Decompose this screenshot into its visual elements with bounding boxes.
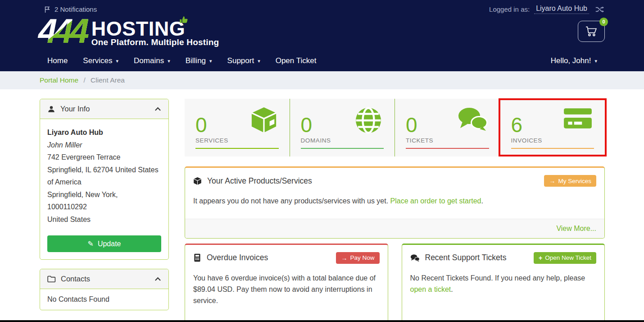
comments-icon [457, 106, 488, 132]
stat-underline [195, 148, 279, 149]
utility-bar: 2 Notifications Logged in as: Liyaro Aut… [0, 0, 644, 14]
breadcrumb-portal-home[interactable]: Portal Home [40, 76, 78, 84]
overdue-invoices-body: You have 6 overdue invoice(s) with a tot… [185, 269, 388, 318]
contacts-empty-text: No Contacts Found [40, 289, 168, 310]
open-new-ticket-button[interactable]: + Open New Ticket [534, 252, 596, 264]
your-info-body: Liyaro Auto Hub John Miller 742 Evergree… [40, 119, 168, 229]
pay-now-button[interactable]: → Pay Now [336, 252, 379, 264]
stat-tile-tickets[interactable]: 0 TICKETS [395, 99, 500, 156]
active-products-body: It appears you do not have any products/… [185, 192, 604, 219]
contacts-title: Contacts [61, 275, 90, 283]
chevron-up-icon[interactable] [154, 276, 161, 282]
plus-icon: + [539, 254, 542, 262]
caret-down-icon: ▾ [209, 58, 212, 64]
support-tickets-header: Recent Support Tickets + Open New Ticket [402, 245, 605, 269]
contacts-panel: Contacts No Contacts Found [40, 269, 169, 310]
arrow-right-icon: → [549, 177, 555, 184]
chevron-up-icon[interactable] [154, 106, 161, 112]
support-tickets-body: No Recent Tickets Found. If you need any… [402, 269, 605, 307]
cart-count-badge: 0 [599, 18, 608, 26]
stats-row: 0 SERVICES 0 DOMAINS [185, 99, 605, 156]
no-tickets-text: No Recent Tickets Found. If you need any… [410, 274, 585, 282]
globe-icon [354, 106, 383, 135]
cart-button[interactable]: 0 [578, 21, 605, 42]
thumbs-up-icon [179, 15, 189, 25]
breadcrumb-separator: / [83, 76, 85, 84]
nav-item-open-ticket[interactable]: Open Ticket [276, 56, 317, 65]
account-name-link[interactable]: Liyaro Auto Hub [534, 5, 589, 14]
stat-tile-services[interactable]: 0 SERVICES [185, 99, 290, 156]
user-icon [47, 105, 55, 113]
stat-label: DOMAINS [301, 137, 384, 144]
logo-wordmark: HOSTING One Platform. Multiple Hosting [91, 15, 219, 47]
bottom-panels-row: Overdue Invoices → Pay Now You have 6 ov… [185, 244, 605, 322]
breadcrumb: Portal Home / Client Area [0, 71, 644, 89]
nav-item-home[interactable]: Home [47, 56, 68, 65]
your-info-title: Your Info [60, 105, 90, 113]
nav-item-domains[interactable]: Domains ▾ [134, 56, 170, 65]
caret-down-icon: ▾ [258, 58, 260, 64]
your-info-header[interactable]: Your Info [40, 99, 168, 119]
content-area: Your Info Liyaro Auto Hub John Miller 74… [0, 89, 644, 322]
stat-underline [301, 148, 384, 149]
address-line: United States [47, 213, 161, 226]
overdue-invoices-panel: Overdue Invoices → Pay Now You have 6 ov… [185, 244, 388, 322]
empty-products-text: It appears you do not have any products/… [193, 197, 390, 205]
logged-in-as-label: Logged in as: [489, 5, 530, 13]
active-products-panel: Your Active Products/Services → My Servi… [185, 166, 605, 239]
stat-underline [406, 148, 489, 149]
nav-item-billing[interactable]: Billing ▾ [186, 56, 212, 65]
cube-icon [250, 106, 278, 134]
stat-tile-invoices[interactable]: 6 INVOICES [500, 99, 605, 156]
stat-tile-domains[interactable]: 0 DOMAINS [290, 99, 395, 156]
breadcrumb-current: Client Area [91, 76, 125, 84]
nav-item-support[interactable]: Support ▾ [227, 56, 260, 65]
user-menu[interactable]: Hello, John! ▾ [551, 56, 597, 65]
site-logo[interactable]: 444 444 HOSTING One Platform. Multiple H… [38, 15, 219, 47]
sidebar: Your Info Liyaro Auto Hub John Miller 74… [40, 99, 169, 322]
overdue-invoices-header: Overdue Invoices → Pay Now [185, 245, 388, 269]
stat-label: SERVICES [195, 137, 279, 144]
active-products-header: Your Active Products/Services → My Servi… [185, 168, 604, 192]
contacts-header[interactable]: Contacts [40, 269, 168, 289]
address-line: Springfield, IL 62704 United States of A… [47, 164, 161, 189]
update-button[interactable]: ✎ Update [47, 235, 161, 252]
folder-icon [47, 275, 56, 283]
stat-underline [511, 148, 594, 149]
caret-down-icon: ▾ [594, 58, 597, 64]
window-bottom-edge [0, 320, 644, 322]
caret-down-icon: ▾ [116, 58, 119, 64]
cart-icon [585, 26, 598, 37]
view-more-link[interactable]: View More... [556, 225, 596, 232]
client-area-page: { "topbar": { "notifications_label": "2 … [0, 0, 644, 322]
active-products-footer: View More... [185, 219, 604, 238]
place-order-link[interactable]: Place an order to get started [390, 197, 481, 205]
address-line: 1000110292 [47, 201, 161, 213]
company-name: Liyaro Auto Hub [47, 126, 161, 139]
active-products-title: Your Active Products/Services [207, 176, 312, 186]
comments-icon [410, 254, 420, 262]
support-tickets-title: Recent Support Tickets [425, 253, 507, 262]
pencil-icon: ✎ [88, 239, 94, 248]
my-services-button[interactable]: → My Services [544, 175, 596, 187]
stat-label: INVOICES [511, 137, 594, 144]
caret-down-icon: ▾ [168, 58, 170, 64]
arrow-right-icon: → [341, 254, 347, 262]
address-line: 742 Evergreen Terrace [47, 151, 161, 164]
logo-row: 444 444 HOSTING One Platform. Multiple H… [0, 14, 644, 50]
main-column: 0 SERVICES 0 DOMAINS [185, 99, 605, 322]
contact-name: John Miller [47, 139, 161, 152]
nav-item-services[interactable]: Services ▾ [83, 56, 118, 65]
address-line: Springfield, New York, [47, 189, 161, 201]
logged-in-area: Logged in as: Liyaro Auto Hub [489, 5, 604, 14]
update-button-wrap: ✎ Update [40, 229, 168, 259]
open-ticket-link[interactable]: open a ticket [410, 285, 451, 293]
credit-card-icon [562, 106, 593, 130]
logo-text: HOSTING [91, 18, 186, 39]
switch-account-icon[interactable] [595, 6, 604, 13]
support-tickets-panel: Recent Support Tickets + Open New Ticket… [402, 244, 605, 322]
your-info-panel: Your Info Liyaro Auto Hub John Miller 74… [40, 99, 169, 260]
stat-label: TICKETS [406, 137, 489, 144]
site-header: 2 Notifications Logged in as: Liyaro Aut… [0, 0, 644, 71]
logo-number: 444 444 [38, 15, 90, 47]
